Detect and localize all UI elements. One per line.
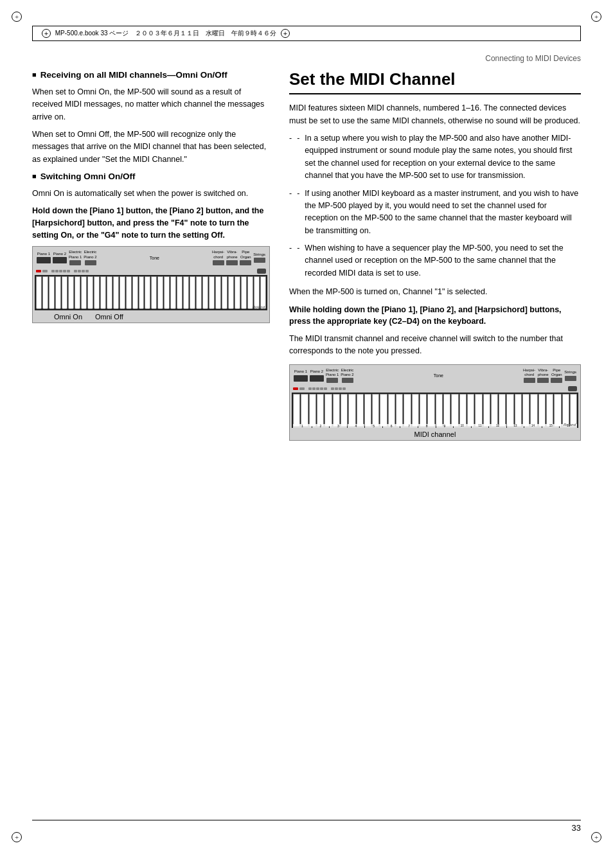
ch-15: 15	[542, 424, 560, 428]
section2-instruction: Hold down the [Piano 1] button, the [Pia…	[32, 205, 270, 241]
btn2-vibra: Vibra-phone	[537, 368, 549, 383]
keyboard1-indicator-row	[35, 269, 267, 274]
omni-labels: Omni On Omni Off	[35, 313, 267, 321]
page-header-label: Connecting to MIDI Devices	[32, 54, 581, 63]
section1-para2: When set to Omni Off, the MP-500 will re…	[32, 128, 270, 166]
left-column: Receiving on all MIDI channels—Omni On/O…	[32, 69, 270, 447]
btn2-organ: PipeOrgan	[551, 368, 562, 383]
right-col-intro: MIDI features sixteen MIDI channels, num…	[289, 102, 581, 127]
section1-para1: When set to Omni On, the MP-500 will sou…	[32, 86, 270, 123]
section2-heading: Switching Omni On/Off	[32, 171, 270, 182]
keyboard2-top-row: Piano 1 Piano 2 ElectricPiano 1 Electric…	[292, 367, 578, 384]
ch-4: 4	[348, 424, 365, 428]
ch-1: 1	[293, 424, 312, 428]
section1-heading-text: Receiving on all MIDI channels—Omni On/O…	[40, 69, 227, 81]
btn-piano1: Piano 1	[37, 252, 51, 263]
page-number: 33	[572, 823, 581, 833]
ch-12: 12	[489, 424, 506, 428]
btn-piano2: Piano 2	[53, 252, 67, 263]
corner-reg-bl: +	[12, 832, 22, 842]
bullet-text-3: When wishing to have a sequencer play th…	[305, 242, 581, 279]
btn-vibra: Vibra-phone	[226, 250, 238, 265]
keyboard-illustration-2: Piano 1 Piano 2 ElectricPiano 1 Electric…	[289, 364, 581, 441]
bullet-item-3: - When wishing to have a sequencer play …	[289, 242, 581, 279]
ind-group2	[74, 270, 89, 272]
btn2-strings: Strings	[564, 370, 576, 380]
keyboard-illustration-1: Piano 1 Piano 2 ElectricPiano 1 Electric…	[32, 246, 270, 323]
power-btn-1	[257, 269, 266, 274]
ch-14: 14	[524, 424, 542, 428]
keyboard1-keys: .wk { background:#fff; border:1px solid …	[35, 275, 267, 310]
ch-2: 2	[312, 424, 330, 428]
btn-strings: Strings	[253, 252, 265, 263]
ind-2	[42, 270, 48, 272]
corner-reg-br: +	[591, 832, 601, 842]
right-col-note: When the MP-500 is turned on, Channel "1…	[289, 286, 581, 298]
ch-8: 8	[418, 424, 436, 428]
ch-10: 10	[454, 424, 471, 428]
btn-epiano1: ElectricPiano 1	[69, 250, 82, 265]
ch-9: 9	[436, 424, 454, 428]
section1-heading: Receiving on all MIDI channels—Omni On/O…	[32, 69, 270, 81]
main-title: Set the MIDI Channel	[289, 69, 581, 94]
ch-13: 13	[507, 424, 524, 428]
ch-6: 6	[383, 424, 400, 428]
tone-label-2: Tone	[356, 373, 521, 378]
btn-organ: PipeOrgan	[240, 250, 251, 265]
bullet-text-2: If using another MIDI keyboard as a mast…	[305, 188, 581, 238]
ch-3: 3	[330, 424, 347, 428]
reg-mark-left	[42, 29, 51, 38]
btn2-piano1: Piano 1	[294, 369, 308, 381]
omni-on-label: Omni On	[54, 313, 82, 321]
roland-badge-1: Roland	[253, 305, 265, 309]
bullet-item-2: - If using another MIDI keyboard as a ma…	[289, 188, 581, 238]
header-text: MP-500.e.book 33 ページ ２００３年６月１１日 水曜日 午前９時…	[55, 30, 277, 37]
reg-mark-right	[281, 29, 290, 38]
omni-off-label: Omni Off	[95, 313, 123, 321]
right-col-instruction-note: The MIDI transmit channel and receive ch…	[289, 333, 581, 358]
keyboard2-keys: 1 2 3 4 5 6 7 8 9 10 11 12 13 14	[292, 393, 578, 428]
keyboard2-indicator-row	[292, 386, 578, 391]
right-column: Set the MIDI Channel MIDI features sixte…	[289, 69, 581, 447]
ind2-2	[299, 387, 305, 390]
corner-reg-tr: +	[591, 12, 601, 22]
ch-11: 11	[472, 424, 489, 428]
btn2-harpsi: Harpsi-chord	[523, 368, 535, 383]
ind2-1	[293, 387, 298, 390]
bullet-item-1: - In a setup where you wish to play the …	[289, 132, 581, 182]
page-wrapper: + + + + MP-500.e.book 33 ページ ２００３年６月１１日 …	[0, 0, 613, 868]
page-label-text: Connecting to MIDI Devices	[485, 54, 581, 63]
tone-label-1: Tone	[99, 256, 210, 260]
section2-para1: Omni On is automatically set when the po…	[32, 188, 270, 200]
roland-badge-2: Roland	[564, 423, 576, 427]
corner-reg-tl: +	[12, 12, 22, 22]
btn-epiano2: ElectricPiano 2	[84, 250, 96, 265]
bottom-rule: 33	[32, 820, 581, 833]
bullet-text-1: In a setup where you wish to play the MP…	[305, 132, 581, 182]
btn2-epiano1: ElectricPiano 1	[326, 368, 339, 383]
power-btn-2	[568, 386, 577, 391]
bullet-list: - In a setup where you wish to play the …	[289, 132, 581, 279]
midi-channel-label: MIDI channel	[292, 430, 578, 438]
bullet-dash-1: -	[297, 132, 299, 182]
keyboard1-top-row: Piano 1 Piano 2 ElectricPiano 1 Electric…	[35, 249, 267, 266]
ch-7: 7	[400, 424, 418, 428]
bullet-dash-2: -	[297, 188, 299, 238]
top-header: MP-500.e.book 33 ページ ２００３年６月１１日 水曜日 午前９時…	[32, 26, 581, 41]
bullet-dash-3: -	[297, 242, 299, 279]
ind-1	[36, 270, 41, 272]
btn-harpsi: Harpsi-chord	[212, 250, 224, 265]
right-col-instruction: While holding down the [Piano 1], [Piano…	[289, 304, 581, 328]
two-col-layout: Receiving on all MIDI channels—Omni On/O…	[32, 69, 581, 447]
ind-group	[51, 270, 70, 272]
btn2-piano2: Piano 2	[310, 369, 324, 381]
channel-numbers-row: 1 2 3 4 5 6 7 8 9 10 11 12 13 14	[293, 424, 577, 428]
btn2-epiano2: ElectricPiano 2	[341, 368, 353, 383]
section2-heading-text: Switching Omni On/Off	[40, 171, 136, 182]
ch-5: 5	[365, 424, 382, 428]
